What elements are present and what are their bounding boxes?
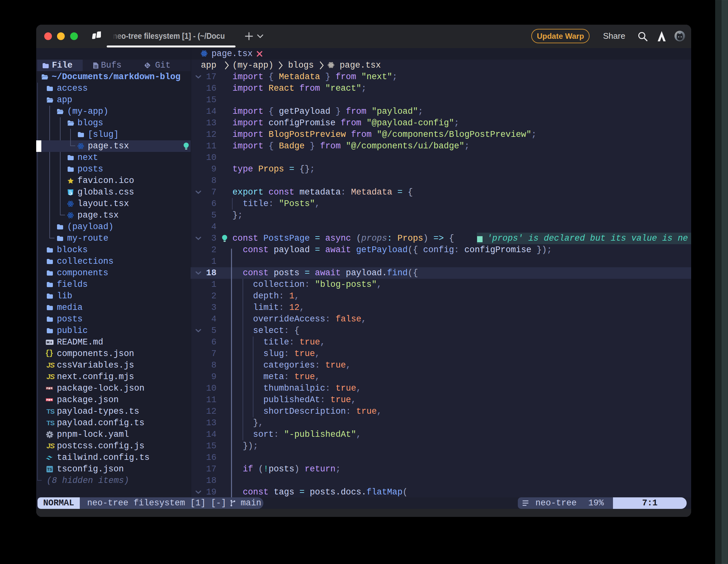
svg-text:TS: TS: [47, 467, 52, 472]
